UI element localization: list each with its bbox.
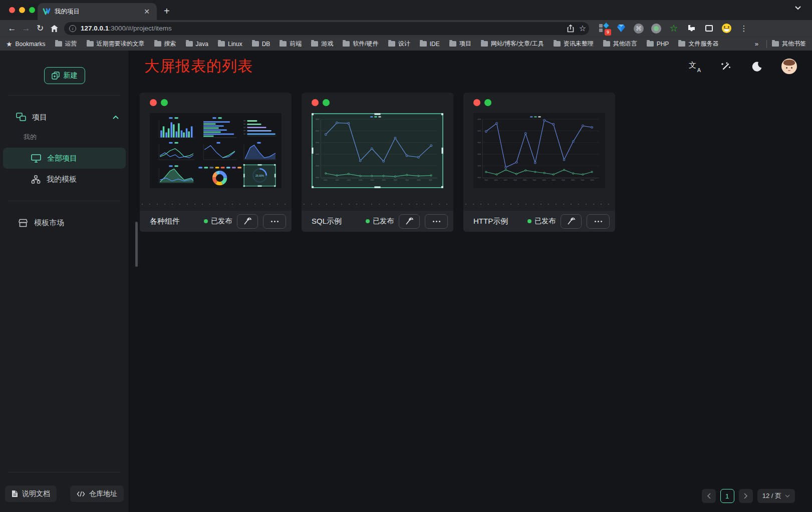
sidebar-item-my-templates[interactable]: 我的模板 <box>3 169 126 190</box>
bookmark-folder[interactable]: Java <box>186 41 208 48</box>
project-card: SQL示例 已发布 <box>302 93 453 232</box>
bookmarks-separator <box>766 40 767 48</box>
extension-star-icon[interactable]: ☆ <box>668 23 679 34</box>
share-icon[interactable] <box>567 25 574 33</box>
magic-wand-icon[interactable] <box>719 60 732 73</box>
minimize-window-button[interactable] <box>19 7 25 13</box>
repo-button[interactable]: 仓库地址 <box>70 485 124 502</box>
card-footer: SQL示例 已发布 <box>302 211 453 232</box>
project-preview[interactable] <box>473 113 605 189</box>
bookmark-folder[interactable]: 运营 <box>55 40 77 48</box>
bookmark-folder[interactable]: 其他语言 <box>603 40 637 48</box>
status-dot-icon <box>527 219 531 223</box>
site-info-icon[interactable]: i <box>69 25 76 32</box>
red-dot-icon <box>150 99 157 106</box>
dark-mode-moon-icon[interactable] <box>750 60 763 73</box>
new-project-icon <box>52 72 60 80</box>
next-page-button[interactable] <box>739 489 753 503</box>
browser-window: 我的项目 ✕ + ← → ↻ i 127.0.0.1:3000/#/projec… <box>0 0 812 51</box>
close-window-button[interactable] <box>9 7 15 13</box>
more-actions-button[interactable] <box>263 214 286 229</box>
extension-blocks-icon[interactable]: 9 <box>598 23 609 34</box>
project-preview[interactable]: 25.00% <box>150 113 282 189</box>
sidebar-group-project[interactable]: 项目 <box>0 107 129 128</box>
new-project-button[interactable]: 新建 <box>44 67 85 84</box>
green-dot-icon <box>161 99 168 106</box>
project-preview[interactable] <box>312 113 443 189</box>
bookmark-folder[interactable]: PHP <box>647 41 669 48</box>
goview-favicon <box>43 8 51 16</box>
status-label: 已发布 <box>211 217 232 226</box>
more-actions-button[interactable] <box>425 214 448 229</box>
prev-page-button[interactable] <box>702 489 716 503</box>
extension-gem-icon[interactable] <box>616 23 627 34</box>
project-group-label: 项目 <box>32 113 47 122</box>
current-page-button[interactable]: 1 <box>720 489 734 503</box>
project-group-icon <box>16 113 26 122</box>
bookmark-folder[interactable]: DB <box>252 41 270 48</box>
bookmarks-overflow-chevron[interactable]: » <box>755 40 758 48</box>
emoji-extension-icon[interactable] <box>721 23 732 34</box>
monitor-icon <box>31 154 41 163</box>
folder-icon <box>647 41 654 47</box>
card-traffic-dots <box>150 99 282 106</box>
bookmark-folder[interactable]: 网站/博客/文章/工具 <box>481 40 544 48</box>
bookmark-folder[interactable]: 资讯未整理 <box>554 40 594 48</box>
back-icon[interactable]: ← <box>5 22 19 36</box>
maximize-window-button[interactable] <box>29 7 35 13</box>
extensions-puzzle-icon[interactable] <box>686 23 697 34</box>
folder-icon <box>603 41 610 47</box>
bookmark-folder[interactable]: 软件/硬件 <box>343 40 378 48</box>
bookmark-folder[interactable]: IDE <box>420 41 440 48</box>
bookmarks-root[interactable]: ★Bookmarks <box>6 40 46 48</box>
reload-icon[interactable]: ↻ <box>33 22 47 36</box>
other-bookmarks[interactable]: 其他书签 <box>772 40 806 48</box>
sidebar-item-template-market[interactable]: 模板市场 <box>3 212 126 233</box>
edit-project-button[interactable] <box>237 214 258 229</box>
bookmark-folder[interactable]: 项目 <box>449 40 471 48</box>
sidebar-item-label: 模板市场 <box>34 218 64 228</box>
user-avatar[interactable] <box>781 59 797 74</box>
address-bar[interactable]: i 127.0.0.1:3000/#/project/items ☆ <box>64 22 589 35</box>
scrollbar-thumb[interactable] <box>135 222 138 267</box>
folder-icon <box>154 41 161 47</box>
forward-icon[interactable]: → <box>19 22 33 36</box>
folder-icon <box>311 41 318 47</box>
language-toggle-icon[interactable]: 文A <box>688 60 701 73</box>
bookmark-folder[interactable]: 文件服务器 <box>678 40 718 48</box>
bookmark-folder[interactable]: 前端 <box>280 40 302 48</box>
bookmarks-bar: ★Bookmarks 运营 近期需要读的文章 搜索 Java Linux DB … <box>0 37 812 51</box>
browser-tab[interactable]: 我的项目 ✕ <box>38 3 157 20</box>
folder-icon <box>481 41 488 47</box>
sidebar-panel-icon[interactable] <box>703 23 714 34</box>
home-icon[interactable] <box>47 22 61 36</box>
green-dot-icon <box>484 99 491 106</box>
edit-project-button[interactable] <box>399 214 420 229</box>
extension-command-icon[interactable]: ⌘ <box>633 23 644 34</box>
bookmark-star-icon[interactable]: ☆ <box>579 24 586 33</box>
edit-project-button[interactable] <box>561 214 582 229</box>
bookmark-folder[interactable]: 设计 <box>388 40 410 48</box>
browser-menu-icon[interactable]: ⋮ <box>738 23 749 34</box>
chevron-up-icon[interactable] <box>113 116 119 119</box>
project-card-list: 25.00% 各种组件 已发布 <box>129 82 812 232</box>
sidebar-item-all-projects[interactable]: 全部项目 <box>3 148 126 169</box>
page-size-select[interactable]: 12 / 页 <box>757 489 795 503</box>
bookmark-folder[interactable]: 近期需要读的文章 <box>87 40 145 48</box>
tab-close-icon[interactable]: ✕ <box>142 8 152 16</box>
extension-record-icon[interactable] <box>651 23 662 34</box>
bookmark-folder[interactable]: 搜索 <box>154 40 176 48</box>
sidebar-footer: 说明文档 仓库地址 <box>0 472 129 512</box>
tab-search-icon[interactable] <box>795 6 801 10</box>
new-tab-button[interactable]: + <box>164 6 170 17</box>
docs-button[interactable]: 说明文档 <box>5 485 57 502</box>
bookmark-folder[interactable]: Linux <box>218 41 242 48</box>
bookmark-folder[interactable]: 游戏 <box>311 40 333 48</box>
card-footer: HTTP示例 已发布 <box>463 211 615 232</box>
more-actions-button[interactable] <box>587 214 610 229</box>
sidebar-item-label: 我的模板 <box>47 175 77 184</box>
sidebar-item-label: 全部项目 <box>47 154 77 163</box>
card-dotted-divider <box>302 198 453 211</box>
document-icon <box>12 490 18 497</box>
url-path: :3000/#/project/items <box>109 25 171 32</box>
